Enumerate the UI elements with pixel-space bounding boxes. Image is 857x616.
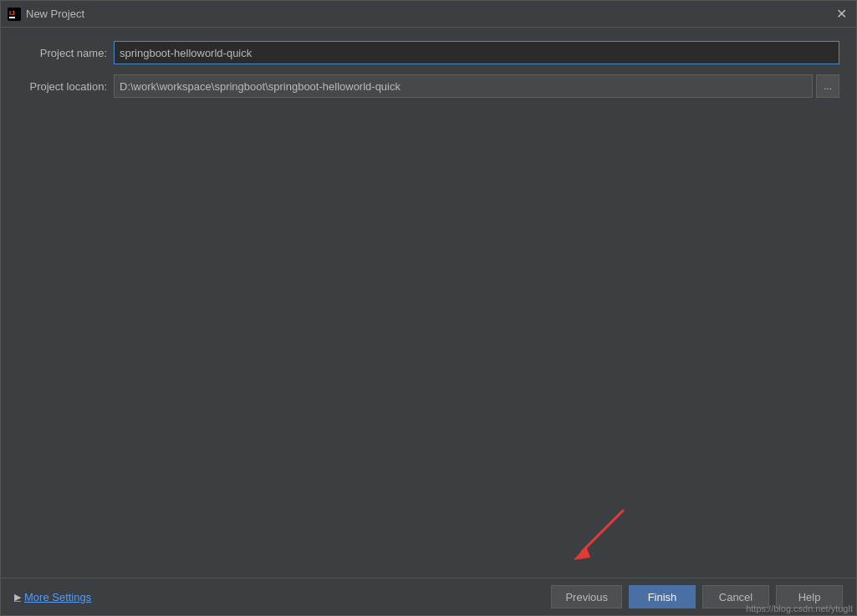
- app-icon: IJ: [8, 8, 21, 21]
- previous-button[interactable]: Previous: [551, 585, 622, 608]
- finish-button[interactable]: Finish: [629, 585, 696, 608]
- svg-text:IJ: IJ: [9, 9, 15, 17]
- close-button[interactable]: ✕: [833, 6, 849, 23]
- watermark: https://blog.csdn.net/ytuglt: [746, 603, 853, 613]
- more-settings-label: More Settings: [24, 591, 91, 603]
- title-bar-left: IJ New Project: [8, 8, 84, 21]
- dialog-body: Project name: Project location: ...: [1, 28, 856, 578]
- title-bar: IJ New Project ✕: [1, 1, 856, 28]
- new-project-dialog: IJ New Project ✕ Project name: Project l…: [0, 0, 857, 616]
- body-spacer: [18, 108, 839, 564]
- project-name-row: Project name:: [18, 41, 839, 64]
- bottom-bar: ▶ More Settings Previous Finish Cancel H…: [1, 578, 856, 615]
- project-name-input[interactable]: [114, 41, 839, 64]
- project-location-label: Project location:: [18, 80, 114, 93]
- project-location-input-row: ...: [114, 74, 839, 98]
- svg-rect-1: [9, 17, 15, 18]
- more-settings[interactable]: ▶ More Settings: [14, 591, 91, 603]
- browse-button[interactable]: ...: [816, 74, 839, 98]
- dialog-title: New Project: [26, 8, 84, 20]
- project-name-label: Project name:: [18, 47, 114, 59]
- project-location-row: Project location: ...: [18, 74, 839, 98]
- more-settings-arrow: ▶: [14, 592, 21, 603]
- project-location-input[interactable]: [114, 74, 813, 98]
